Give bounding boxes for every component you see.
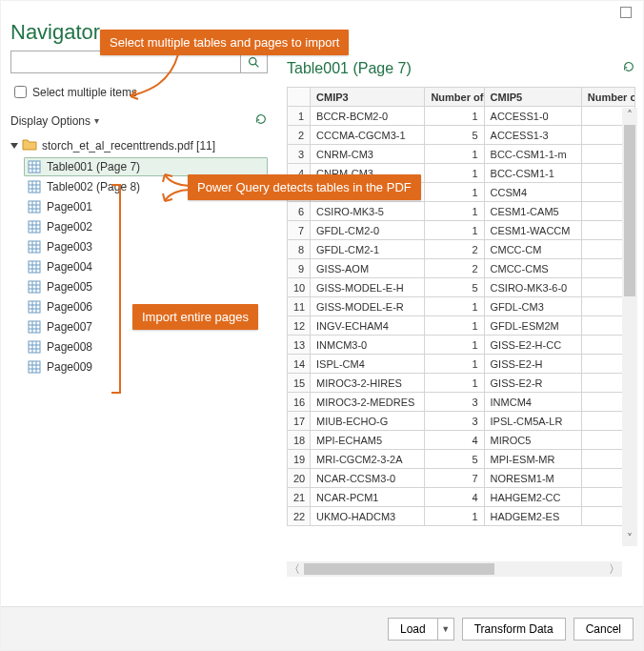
select-multiple-input[interactable]	[14, 86, 27, 98]
data-grid[interactable]: CMIP3Number ofCMIP5Number o 1BCCR-BCM2-0…	[287, 87, 635, 526]
column-header[interactable]: Number of	[425, 88, 484, 107]
cell: 20	[288, 469, 311, 488]
cell: 2	[425, 240, 484, 259]
tree-item-page[interactable]: Page004	[24, 257, 268, 276]
tree-item-page[interactable]: Page001	[24, 197, 268, 216]
table-row[interactable]: 16MIROC3-2-MEDRES3INMCM4	[288, 393, 635, 412]
table-row[interactable]: 8GFDL-CM2-12CMCC-CM	[288, 240, 635, 259]
preview-pane: Table001 (Page 7) CMIP3Number ofCMIP5Num…	[287, 60, 635, 594]
horizontal-scrollbar[interactable]: 〈 〉	[287, 561, 622, 577]
cell: 1	[425, 164, 484, 183]
table-row[interactable]: 11GISS-MODEL-E-R1GFDL-CM3	[288, 297, 635, 316]
cell: 21	[288, 488, 311, 507]
cell: CCCMA-CGCM3-1	[311, 126, 425, 145]
tree-root[interactable]: storch_et_al_recenttrends.pdf [11]	[10, 134, 268, 156]
cell: CMCC-CM	[484, 240, 581, 259]
table-row[interactable]: 6CSIRO-MK3-51CESM1-CAM5	[288, 202, 635, 221]
table-row[interactable]: 17MIUB-ECHO-G3IPSL-CM5A-LR	[288, 412, 635, 431]
preview-refresh-icon[interactable]	[622, 60, 635, 77]
table-row[interactable]: 19MRI-CGCM2-3-2A5MPI-ESM-MR	[288, 450, 635, 469]
column-header[interactable]: CMIP5	[484, 88, 581, 107]
table-icon	[28, 180, 41, 193]
scroll-down-icon[interactable]: ˅	[622, 531, 637, 546]
cell: HAHGEM2-CC	[484, 488, 581, 507]
table-row[interactable]: 13INMCM3-01GISS-E2-H-CC	[288, 336, 635, 355]
cell: MIUB-ECHO-G	[311, 412, 425, 431]
column-header[interactable]: Number o	[581, 88, 634, 107]
cell: CMCC-CMS	[484, 259, 581, 278]
tree-item-page[interactable]: Page008	[24, 337, 268, 356]
svg-rect-37	[29, 301, 40, 313]
tree-item-table[interactable]: Table001 (Page 7)	[24, 157, 268, 176]
svg-rect-2	[29, 161, 40, 173]
scroll-thumb[interactable]	[624, 125, 635, 296]
scroll-left-icon[interactable]: 〈	[287, 561, 302, 577]
table-row[interactable]: 9GISS-AOM2CMCC-CMS	[288, 259, 635, 278]
cell: CESM1-CAM5	[484, 202, 581, 221]
svg-point-0	[250, 57, 256, 64]
svg-rect-12	[29, 201, 40, 213]
window-restore-icon[interactable]	[620, 7, 632, 18]
cell: GFDL-CM2-1	[311, 240, 425, 259]
column-header[interactable]	[288, 88, 311, 107]
cell: GISS-MODEL-E-H	[311, 278, 425, 297]
cell: GISS-MODEL-E-R	[311, 297, 425, 316]
column-header[interactable]: CMIP3	[311, 88, 425, 107]
tree-item-label: Table001 (Page 7)	[47, 160, 140, 173]
cell: 8	[288, 240, 311, 259]
table-row[interactable]: 18MPI-ECHAM54MIROC5	[288, 431, 635, 450]
table-row[interactable]: 21NCAR-PCM14HAHGEM2-CC	[288, 488, 635, 507]
tree-item-page[interactable]: Page005	[24, 277, 268, 296]
table-row[interactable]: 10GISS-MODEL-E-H5CSIRO-MK3-6-0	[288, 278, 635, 297]
svg-rect-7	[29, 181, 40, 193]
tree-item-label: Page001	[47, 200, 92, 214]
cell: 9	[288, 259, 311, 278]
cancel-button[interactable]: Cancel	[574, 618, 634, 641]
load-button[interactable]: Load	[388, 618, 437, 641]
page-icon	[28, 220, 41, 234]
cell: CSIRO-MK3-5	[311, 202, 425, 221]
chevron-down-icon: ▾	[94, 115, 99, 126]
cell: 6	[288, 202, 311, 221]
table-row[interactable]: 7GFDL-CM2-01CESM1-WACCM	[288, 221, 635, 240]
load-dropdown-button[interactable]: ▼	[437, 618, 454, 641]
table-row[interactable]: 22UKMO-HADCM31HADGEM2-ES	[288, 507, 635, 526]
tree-item-label: Page008	[47, 340, 92, 354]
tree-item-page[interactable]: Page009	[24, 357, 268, 376]
scroll-up-icon[interactable]: ˄	[622, 108, 637, 123]
load-split-button[interactable]: Load ▼	[388, 618, 454, 641]
vertical-scrollbar[interactable]: ˄ ˅	[622, 108, 637, 546]
cell: BCC-CSM1-1	[484, 164, 581, 183]
table-row[interactable]: 1BCCR-BCM2-01ACCESS1-0	[288, 107, 635, 126]
tree-item-label: Page005	[47, 280, 92, 294]
page-bracket	[111, 184, 121, 394]
scroll-thumb-h[interactable]	[304, 563, 494, 575]
cell: MRI-CGCM2-3-2A	[311, 450, 425, 469]
cell: CESM1-WACCM	[484, 221, 581, 240]
cell: GFDL-CM2-0	[311, 221, 425, 240]
table-row[interactable]: 2CCCMA-CGCM3-15ACCESS1-3	[288, 126, 635, 145]
refresh-icon[interactable]	[254, 112, 268, 129]
cell: ACCESS1-3	[484, 126, 581, 145]
cell: MIROC5	[484, 431, 581, 450]
display-options-dropdown[interactable]: Display Options ▾	[10, 114, 99, 128]
transform-data-button[interactable]: Transform Data	[462, 618, 566, 641]
cell: CSIRO-MK3-6-0	[484, 278, 581, 297]
table-row[interactable]: 3CNRM-CM31BCC-CSM1-1-m	[288, 145, 635, 164]
tree: storch_et_al_recenttrends.pdf [11] Table…	[10, 134, 268, 376]
table-row[interactable]: 20NCAR-CCSM3-07NORESM1-M	[288, 469, 635, 488]
cell: 4	[425, 431, 484, 450]
tree-item-label: Page004	[47, 260, 92, 274]
tree-item-page[interactable]: Page002	[24, 217, 268, 236]
table-row[interactable]: 12INGV-ECHAM41GFDL-ESM2M	[288, 316, 635, 336]
cell: 1	[425, 507, 484, 526]
svg-rect-27	[29, 261, 40, 273]
tree-item-page[interactable]: Page003	[24, 237, 268, 256]
page-icon	[28, 340, 41, 354]
chevron-down-icon: ▼	[441, 624, 450, 634]
cell: GFDL-CM3	[484, 297, 581, 316]
table-row[interactable]: 15MIROC3-2-HIRES1GISS-E2-R	[288, 374, 635, 393]
table-row[interactable]: 14ISPL-CM41GISS-E2-H	[288, 355, 635, 374]
cell: 3	[288, 145, 311, 164]
scroll-right-icon[interactable]: 〉	[607, 561, 622, 577]
